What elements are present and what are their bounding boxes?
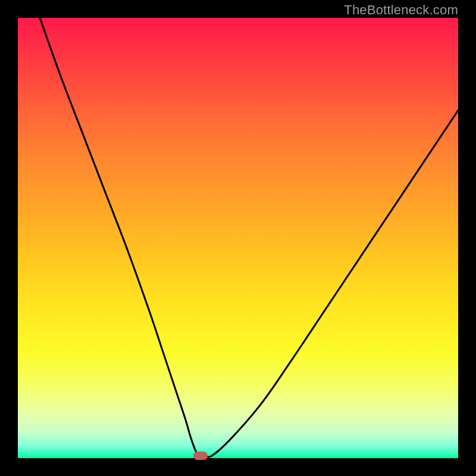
bottleneck-curve: [40, 18, 458, 457]
plot-area: [18, 18, 458, 458]
minimum-marker: [193, 452, 208, 460]
curve-svg: [18, 18, 458, 458]
chart-container: TheBottleneck.com: [0, 0, 476, 476]
watermark-text: TheBottleneck.com: [344, 2, 458, 18]
